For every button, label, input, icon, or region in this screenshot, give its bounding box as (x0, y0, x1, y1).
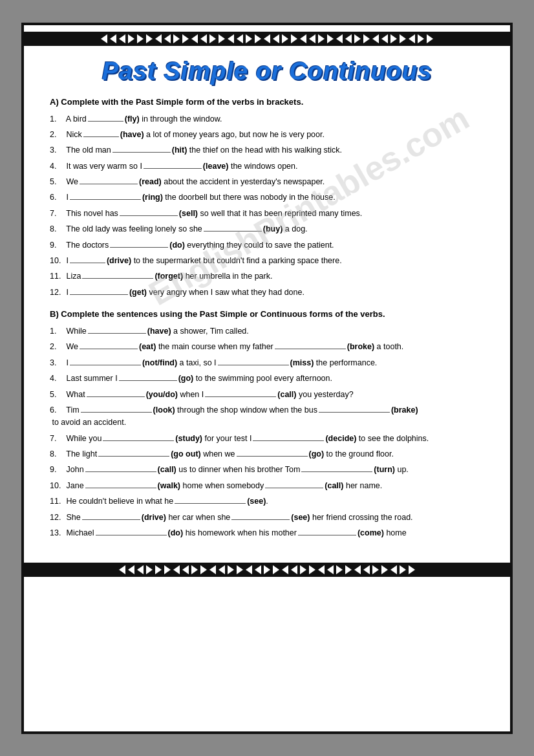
blank[interactable] (87, 389, 145, 397)
blank[interactable] (120, 208, 178, 216)
blank[interactable] (70, 286, 128, 295)
blank[interactable] (80, 341, 138, 350)
list-item: 3. I (not/find) a taxi, so I (miss) the … (50, 357, 484, 369)
arrow-icon (282, 565, 288, 574)
list-item: 8. The light (go out) when we (go) to th… (50, 448, 484, 460)
blank[interactable] (175, 496, 246, 504)
arrow-icon (309, 34, 315, 43)
arrow-icon (128, 34, 134, 43)
blank[interactable] (81, 404, 152, 413)
blank[interactable] (298, 527, 356, 535)
list-item: 9. The doctors (do) everything they coul… (50, 239, 484, 252)
arrow-icon (318, 565, 325, 574)
blank[interactable] (80, 177, 138, 185)
blank[interactable] (110, 239, 168, 248)
blank[interactable] (82, 271, 153, 279)
arrow-icon (372, 565, 379, 574)
arrow-icon (363, 34, 370, 43)
blank[interactable] (319, 404, 390, 413)
arrow-icon (155, 565, 162, 574)
arrow-icon (246, 565, 252, 574)
blank[interactable] (112, 145, 171, 153)
arrow-icon (409, 565, 415, 574)
blank[interactable] (88, 326, 146, 334)
worksheet-page: Past Simple or Continuous EnglishPrintab… (21, 23, 513, 734)
main-content: Past Simple or Continuous EnglishPrintab… (24, 46, 510, 563)
list-item: 5. What (you/do) when I (call) you yeste… (50, 389, 484, 401)
arrow-icon (200, 565, 207, 574)
blank[interactable] (237, 449, 308, 457)
blank[interactable] (98, 449, 169, 457)
arrow-icon (327, 34, 334, 43)
arrow-icon (164, 565, 171, 574)
list-item: 9. John (call) us to dinner when his bro… (50, 464, 484, 476)
arrow-icon (119, 565, 125, 574)
arrow-icon (228, 565, 234, 574)
bottom-border (24, 563, 510, 577)
arrow-icon (318, 34, 325, 43)
arrow-icon (209, 34, 216, 43)
arrow-icon (291, 34, 297, 43)
arrow-icon (400, 34, 406, 43)
blank[interactable] (265, 480, 323, 488)
arrow-icon (363, 565, 370, 574)
blank[interactable] (82, 512, 140, 520)
arrow-icon (345, 565, 352, 574)
blank[interactable] (119, 373, 177, 382)
list-item: 11. He couldn't believe in what he (see)… (50, 495, 484, 508)
arrow-icon (110, 34, 116, 43)
arrow-icon (182, 565, 189, 574)
blank[interactable] (231, 512, 290, 520)
list-item: 4. It was very warm so I (leave) the win… (50, 160, 484, 173)
list-item: 2. We (eat) the main course when my fath… (50, 341, 484, 353)
list-item: 1. While (have) a shower, Tim called. (50, 325, 484, 338)
list-item: 7. This novel has (sell) so well that it… (50, 208, 484, 220)
list-item: 6. I (ring) the doorbell but there was n… (50, 191, 484, 204)
arrow-icon (264, 565, 270, 574)
arrow-icon (237, 34, 243, 43)
blank[interactable] (70, 255, 105, 263)
blank[interactable] (301, 464, 372, 473)
list-item: 7. While you (study) for your test I (de… (50, 433, 484, 445)
arrow-icon (381, 565, 388, 574)
arrow-icon (255, 34, 261, 43)
list-item: 5. We (read) about the accident in yeste… (50, 176, 484, 188)
arrow-icon (173, 565, 180, 574)
section-b-title: B) Complete the sentences using the Past… (50, 309, 484, 319)
arrow-icon (273, 565, 279, 574)
arrow-icon (146, 34, 153, 43)
arrow-icon (182, 34, 189, 43)
blank[interactable] (205, 389, 276, 397)
arrow-icon (255, 565, 261, 574)
arrow-icon (309, 565, 315, 574)
blank[interactable] (85, 480, 156, 488)
arrow-icon (155, 34, 162, 43)
blank[interactable] (275, 341, 346, 350)
blank[interactable] (96, 527, 167, 535)
arrow-icon (273, 34, 279, 43)
arrow-icon (390, 34, 397, 43)
blank[interactable] (204, 224, 262, 232)
list-item: 8. The old lady was feeling lonely so sh… (50, 223, 484, 235)
arrow-icon (246, 34, 252, 43)
arrow-icon (191, 565, 198, 574)
list-item: 6. Tim (look) through the shop window wh… (50, 404, 484, 429)
blank[interactable] (144, 160, 202, 169)
blank[interactable] (70, 357, 141, 365)
arrow-icon (345, 34, 352, 43)
page-title: Past Simple or Continuous (50, 58, 484, 85)
blank[interactable] (88, 113, 123, 122)
arrow-icon (173, 34, 180, 43)
arrow-icon (164, 34, 171, 43)
blank[interactable] (103, 433, 174, 441)
arrow-icon (137, 34, 144, 43)
blank[interactable] (83, 129, 119, 137)
blank[interactable] (85, 464, 156, 473)
arrow-icon (390, 565, 397, 574)
list-item: 12. I (get) very angry when I saw what t… (50, 286, 484, 299)
blank[interactable] (218, 357, 289, 365)
arrow-icon (146, 565, 153, 574)
blank[interactable] (253, 433, 324, 441)
section-a-title: A) Complete with the Past Simple form of… (50, 97, 484, 107)
blank[interactable] (70, 192, 141, 200)
